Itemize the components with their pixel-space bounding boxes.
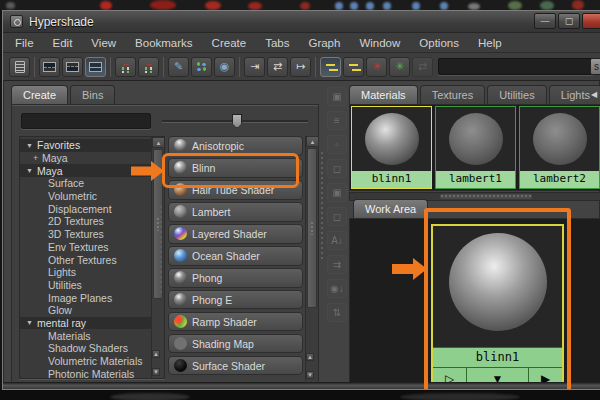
- menu-item[interactable]: View: [91, 37, 116, 49]
- restore-connections-icon[interactable]: ⇄: [412, 57, 433, 77]
- sort-alphabetical-icon[interactable]: A↓: [327, 231, 347, 250]
- filter-field[interactable]: [21, 113, 151, 129]
- scroll-down-button[interactable]: ▼: [306, 371, 314, 379]
- browser-tab[interactable]: Textures: [420, 85, 486, 104]
- graph-materials-icon[interactable]: [191, 57, 212, 77]
- scroll-up-button[interactable]: ▲: [306, 353, 314, 361]
- swatch-lambert2[interactable]: lambert2: [519, 106, 600, 189]
- render-swatch-icon[interactable]: ▣: [327, 87, 347, 106]
- shader-button[interactable]: Phong: [168, 268, 303, 288]
- large-swatch-icon[interactable]: ▣: [327, 183, 347, 202]
- toolbar-search-field[interactable]: [438, 58, 594, 75]
- panel-splitter-handle[interactable]: [159, 205, 164, 295]
- collapse-all-nodes-icon[interactable]: [343, 57, 364, 77]
- tree-item[interactable]: ▼Favorites: [20, 139, 151, 152]
- collapse-nodes-icon[interactable]: [320, 57, 341, 77]
- create-panel-tab[interactable]: Create: [11, 85, 68, 104]
- menu-item[interactable]: Graph: [308, 37, 340, 49]
- tree-item[interactable]: Materials: [20, 329, 151, 342]
- minimize-button[interactable]: —: [534, 13, 556, 29]
- create-panel-tab[interactable]: Bins: [70, 85, 115, 104]
- menu-item[interactable]: Edit: [53, 37, 73, 49]
- rearrange-graph-back-icon[interactable]: ←: [115, 57, 136, 77]
- menu-item[interactable]: Options: [419, 37, 459, 49]
- toolbar-icon: [89, 62, 102, 72]
- sort-by-connection-icon[interactable]: ⇉: [327, 255, 347, 274]
- shader-button[interactable]: Lambert: [168, 202, 303, 222]
- rearrange-graph-forward-icon[interactable]: →: [138, 57, 159, 77]
- toolbar-partial-button[interactable]: s: [590, 58, 600, 75]
- tree-item[interactable]: Displacement: [20, 202, 151, 215]
- list-view-icon[interactable]: ≡: [327, 111, 347, 130]
- arrow-head: [151, 161, 164, 181]
- tree-item[interactable]: 2D Textures: [20, 215, 151, 228]
- output-connections-icon[interactable]: ↦: [290, 57, 311, 77]
- scroll-up-button[interactable]: ▲: [152, 137, 165, 148]
- clear-graph-icon[interactable]: ✎: [168, 57, 189, 77]
- title-bar[interactable]: Hypershade — ▢: [3, 11, 600, 33]
- scroll-down-button[interactable]: ▼: [152, 368, 160, 376]
- slider-thumb[interactable]: [232, 114, 242, 128]
- shader-button[interactable]: Ramp Shader: [168, 312, 303, 332]
- shelf-blob: [412, 2, 420, 10]
- tab-scroll-left-icon[interactable]: ◀: [591, 87, 600, 103]
- show-connections-icon[interactable]: ◉: [214, 57, 235, 77]
- shader-list-scrollbar[interactable]: ▲ ▲ ▼: [305, 136, 318, 381]
- tree-expand-icon[interactable]: ▼: [26, 142, 37, 149]
- tree-item[interactable]: Other Textures: [20, 253, 151, 266]
- shelf-blob: [150, 0, 176, 10]
- swatch-size-slider[interactable]: [162, 113, 308, 129]
- shader-button[interactable]: Phong E: [168, 290, 303, 310]
- scroll-up-button[interactable]: ▲: [152, 350, 160, 358]
- tree-item[interactable]: Image Planes: [20, 291, 151, 304]
- shader-button[interactable]: Layered Shader: [168, 224, 303, 244]
- input-output-connections-icon[interactable]: ⇄: [267, 57, 288, 77]
- browser-tab[interactable]: Utilities: [487, 85, 546, 104]
- input-connections-icon[interactable]: ⇥: [244, 57, 265, 77]
- work-area-tab[interactable]: Work Area: [353, 199, 428, 218]
- tree-item[interactable]: Lights: [20, 266, 151, 279]
- menu-item[interactable]: File: [15, 37, 34, 49]
- browser-tab[interactable]: Materials: [349, 85, 418, 104]
- tree-item[interactable]: 3D Textures: [20, 228, 151, 241]
- menu-item[interactable]: Tabs: [265, 37, 289, 49]
- close-button[interactable]: [582, 13, 600, 29]
- sort-reverse-icon[interactable]: ⇅: [327, 303, 347, 322]
- menu-item[interactable]: Bookmarks: [135, 37, 193, 49]
- tree-expand-icon[interactable]: +: [33, 153, 42, 163]
- menu-item[interactable]: Create: [212, 37, 247, 49]
- tree-item[interactable]: Volumetric: [20, 190, 151, 203]
- tree-item[interactable]: Env Textures: [20, 241, 151, 254]
- expand-nodes-icon[interactable]: ✳: [389, 57, 410, 77]
- sort-by-time-icon[interactable]: ◉↓: [327, 279, 347, 298]
- maximize-button[interactable]: ▢: [558, 13, 580, 29]
- tree-item[interactable]: Volumetric Materials: [20, 355, 151, 368]
- scroll-thumb[interactable]: [307, 148, 317, 308]
- scroll-thumb[interactable]: [440, 194, 532, 199]
- extra-large-swatch-icon[interactable]: ◻: [327, 207, 347, 226]
- medium-swatch-icon[interactable]: ◻: [327, 159, 347, 178]
- shader-button[interactable]: Surface Shader: [168, 356, 303, 376]
- shader-button[interactable]: Ocean Shader: [168, 246, 303, 266]
- layout-split-pane-icon[interactable]: [85, 57, 106, 77]
- small-swatch-icon[interactable]: ▫: [327, 135, 347, 154]
- pin-nodes-icon[interactable]: ✳: [366, 57, 387, 77]
- create-panel-tabs: CreateBins: [11, 85, 117, 104]
- tree-item[interactable]: Utilities: [20, 279, 151, 292]
- swatch-blinn1[interactable]: blinn1: [351, 106, 432, 189]
- swatch-lambert1[interactable]: lambert1: [435, 106, 516, 189]
- scroll-up-button[interactable]: ▲: [306, 136, 319, 147]
- layout-top-pane-icon[interactable]: [39, 57, 60, 77]
- tree-item[interactable]: ▼mental ray: [20, 317, 151, 330]
- menu-item[interactable]: Help: [478, 37, 502, 49]
- menu-item[interactable]: Window: [359, 37, 400, 49]
- display-option-icon: ◻: [333, 211, 341, 222]
- layout-bottom-pane-icon[interactable]: [62, 57, 83, 77]
- tree-expand-icon[interactable]: ▼: [26, 167, 37, 174]
- attribute-notes-icon[interactable]: [9, 57, 30, 77]
- tree-item[interactable]: Photonic Materials: [20, 367, 151, 379]
- shader-button[interactable]: Shading Map: [168, 334, 303, 354]
- tree-expand-icon[interactable]: ▼: [26, 319, 37, 326]
- tree-item[interactable]: Shadow Shaders: [20, 342, 151, 355]
- tree-item[interactable]: Glow: [20, 304, 151, 317]
